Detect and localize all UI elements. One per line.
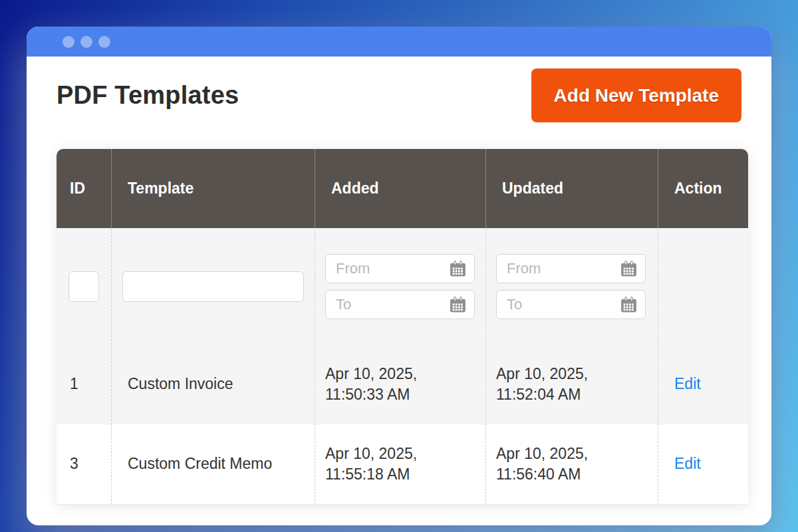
row-updated-date: Apr 10, 2025, 11:56:40 AM (485, 424, 658, 504)
row-id: 3 (57, 424, 111, 504)
page-content: PDF Templates Add New Template ID Templa… (27, 68, 771, 505)
row-added-date: Apr 10, 2025, 11:50:33 AM (315, 344, 485, 424)
row-updated-date: Apr 10, 2025, 11:52:04 AM (485, 344, 658, 424)
edit-link[interactable]: Edit (674, 454, 701, 474)
window-control-dot[interactable] (80, 36, 92, 48)
calendar-icon[interactable] (620, 259, 638, 277)
calendar-icon[interactable] (620, 295, 638, 313)
window-control-dot[interactable] (63, 36, 74, 48)
table-row: 1 Custom Invoice Apr 10, 2025, 11:50:33 … (57, 344, 748, 424)
window-titlebar (27, 27, 771, 57)
column-header-template: Template (111, 149, 315, 228)
add-new-template-button[interactable]: Add New Template (531, 68, 741, 122)
filter-row (57, 228, 748, 344)
row-id: 1 (57, 344, 111, 424)
table-header-row: ID Template Added Updated Action (57, 149, 748, 228)
column-header-updated: Updated (485, 149, 658, 228)
column-header-action: Action (658, 149, 748, 228)
added-from-field (325, 254, 475, 283)
row-added-date: Apr 10, 2025, 11:55:18 AM (315, 424, 485, 504)
page-header: PDF Templates Add New Template (57, 68, 741, 122)
updated-from-field (496, 254, 646, 283)
column-header-id: ID (57, 149, 111, 228)
edit-link[interactable]: Edit (674, 374, 701, 394)
page-title: PDF Templates (57, 81, 239, 110)
updated-to-field (496, 290, 646, 319)
templates-table: ID Template Added Updated Action (57, 149, 748, 505)
row-template-name: Custom Invoice (111, 344, 315, 424)
app-window: PDF Templates Add New Template ID Templa… (27, 27, 771, 525)
window-control-dot[interactable] (98, 36, 110, 48)
id-filter-input[interactable] (68, 271, 99, 302)
table-body: 1 Custom Invoice Apr 10, 2025, 11:50:33 … (57, 228, 748, 504)
template-filter-input[interactable] (122, 271, 304, 302)
row-template-name: Custom Credit Memo (111, 424, 315, 504)
calendar-icon[interactable] (449, 295, 467, 313)
calendar-icon[interactable] (449, 259, 467, 277)
filter-action-cell (658, 228, 748, 344)
added-to-field (325, 290, 475, 319)
column-header-added: Added (315, 149, 485, 228)
table-row: 3 Custom Credit Memo Apr 10, 2025, 11:55… (57, 424, 748, 504)
